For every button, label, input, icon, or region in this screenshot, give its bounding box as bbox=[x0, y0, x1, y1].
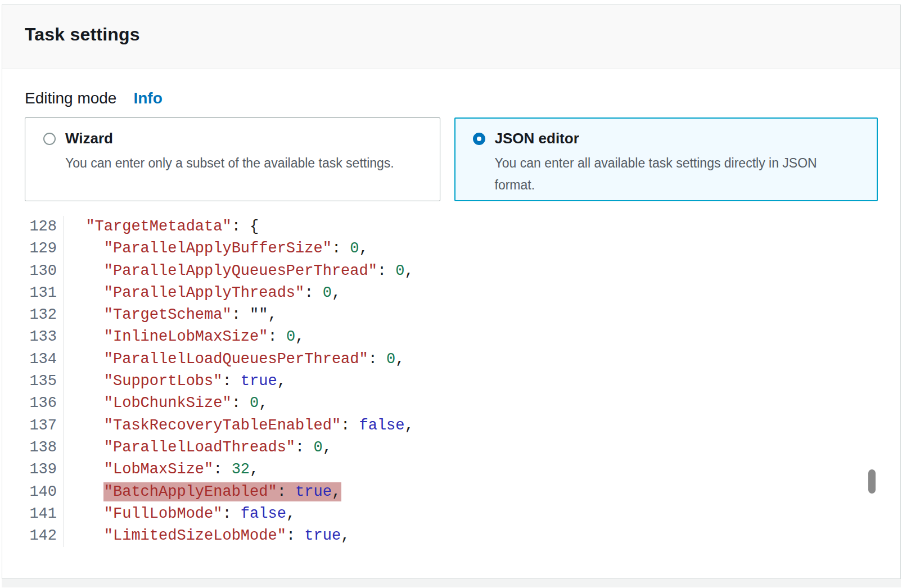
panel-header: Task settings bbox=[2, 5, 900, 69]
page-title: Task settings bbox=[25, 24, 900, 45]
line-number: 128 bbox=[25, 216, 64, 238]
line-number: 142 bbox=[25, 525, 64, 547]
json-editor-option-row: JSON editor bbox=[473, 130, 860, 147]
page-background-strip bbox=[2, 579, 901, 587]
wizard-option-description: You can enter only a subset of the avail… bbox=[65, 152, 414, 174]
option-card-wizard[interactable]: Wizard You can enter only a subset of th… bbox=[25, 117, 440, 201]
code-line: 141 "FullLobMode": false, bbox=[25, 503, 878, 525]
line-number: 139 bbox=[25, 459, 64, 481]
radio-unchecked-icon[interactable] bbox=[43, 133, 56, 145]
line-number: 135 bbox=[25, 370, 64, 392]
panel-content: Editing modeInfo Wizard You can enter on… bbox=[2, 89, 900, 547]
line-number: 140 bbox=[25, 481, 64, 503]
wizard-option-row: Wizard bbox=[43, 130, 423, 147]
code-line: 138 "ParallelLoadThreads": 0, bbox=[25, 437, 878, 459]
code-line: 139 "LobMaxSize": 32, bbox=[25, 459, 878, 481]
code-line: 129 "ParallelApplyBufferSize": 0, bbox=[25, 238, 878, 260]
search-match-highlight: "BatchApplyEnabled": true, bbox=[103, 482, 341, 501]
line-number: 136 bbox=[25, 392, 64, 414]
code-line: 142 "LimitedSizeLobMode": true, bbox=[25, 525, 878, 547]
code-line: 132 "TargetSchema": "", bbox=[25, 304, 878, 326]
line-number: 137 bbox=[25, 415, 64, 437]
code-line: 133 "InlineLobMaxSize": 0, bbox=[25, 326, 878, 348]
line-number: 130 bbox=[25, 260, 64, 282]
editing-mode-label: Editing mode bbox=[25, 89, 116, 107]
editing-mode-row: Editing modeInfo bbox=[25, 89, 878, 107]
line-number: 138 bbox=[25, 437, 64, 459]
json-editor-option-description: You can enter all available task setting… bbox=[495, 152, 844, 196]
code-lines: 128 "TargetMetadata": {129 "ParallelAppl… bbox=[25, 216, 878, 547]
line-number: 131 bbox=[25, 282, 64, 304]
vertical-scrollbar-thumb[interactable] bbox=[868, 469, 876, 494]
code-line: 135 "SupportLobs": true, bbox=[25, 370, 878, 392]
task-settings-panel: Task settings Editing modeInfo Wizard Yo… bbox=[2, 4, 901, 579]
option-card-json-editor[interactable]: JSON editor You can enter all available … bbox=[454, 117, 878, 201]
info-link[interactable]: Info bbox=[133, 89, 162, 107]
radio-checked-icon[interactable] bbox=[473, 133, 485, 145]
wizard-option-label: Wizard bbox=[65, 130, 113, 147]
code-line: 131 "ParallelApplyThreads": 0, bbox=[25, 282, 878, 304]
editing-mode-options: Wizard You can enter only a subset of th… bbox=[25, 117, 878, 201]
code-line: 137 "TaskRecoveryTableEnabled": false, bbox=[25, 415, 878, 437]
line-number: 133 bbox=[25, 326, 64, 348]
code-line: 130 "ParallelApplyQueuesPerThread": 0, bbox=[25, 260, 878, 282]
json-editor-option-label: JSON editor bbox=[495, 130, 579, 147]
line-number: 134 bbox=[25, 349, 64, 370]
code-line: 134 "ParallelLoadQueuesPerThread": 0, bbox=[25, 349, 878, 370]
line-number: 141 bbox=[25, 503, 64, 525]
code-line: 140 "BatchApplyEnabled": true, bbox=[25, 481, 878, 503]
line-number: 129 bbox=[25, 238, 64, 260]
code-line: 128 "TargetMetadata": { bbox=[25, 216, 878, 238]
json-code-editor[interactable]: 128 "TargetMetadata": {129 "ParallelAppl… bbox=[25, 216, 878, 547]
line-number: 132 bbox=[25, 304, 64, 326]
code-line: 136 "LobChunkSize": 0, bbox=[25, 392, 878, 414]
